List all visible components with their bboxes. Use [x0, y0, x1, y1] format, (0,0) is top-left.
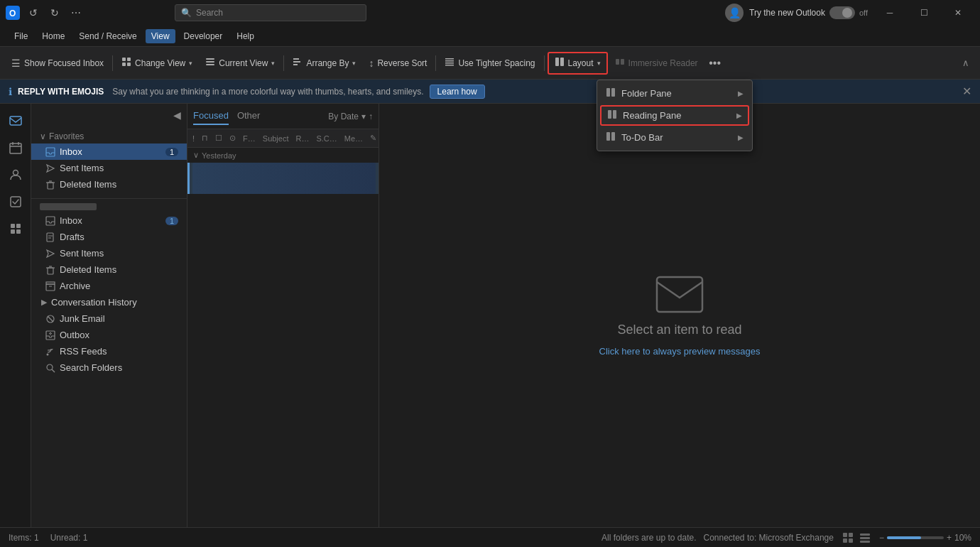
zoom-out-icon[interactable]: −	[879, 533, 884, 543]
notification-close-button[interactable]: ✕	[962, 85, 971, 98]
close-button[interactable]: ✕	[942, 0, 974, 26]
account-sent-label: Sent Items	[60, 248, 104, 259]
svg-point-55	[47, 364, 53, 370]
view-normal-icon[interactable]	[841, 531, 855, 545]
svg-rect-5	[127, 63, 131, 66]
tab-other[interactable]: Other	[237, 107, 261, 125]
date-group-label: Yesterday	[202, 151, 236, 160]
svg-rect-33	[11, 224, 15, 228]
layout-icon	[555, 57, 565, 69]
trash-icon	[45, 180, 55, 190]
account-archive[interactable]: Archive	[31, 278, 187, 294]
account-deleted-items[interactable]: Deleted Items	[31, 261, 187, 278]
account-drafts[interactable]: Drafts	[31, 229, 187, 245]
menu-view[interactable]: View	[146, 29, 175, 43]
account-search-folders[interactable]: Search Folders	[31, 359, 187, 376]
favorites-label: Favorites	[49, 131, 84, 141]
rail-people-icon[interactable]	[3, 162, 28, 188]
account-outbox[interactable]: Outbox	[31, 327, 187, 343]
new-outlook-label: Try the new Outlook	[749, 8, 825, 18]
favorite-sent-items[interactable]: Sent Items	[31, 160, 187, 176]
favorite-inbox[interactable]: Inbox 1	[31, 143, 187, 160]
immersive-reader-button[interactable]: Immersive Reader	[609, 52, 704, 75]
sent-items-icon	[45, 249, 55, 259]
rail-mail-icon[interactable]	[3, 108, 28, 134]
account-label	[31, 199, 187, 212]
zoom-in-icon[interactable]: +	[947, 533, 952, 543]
maximize-button[interactable]: ☐	[908, 0, 940, 26]
menu-file[interactable]: File	[9, 29, 33, 43]
email-row-1[interactable]	[187, 163, 379, 194]
email-sort-button[interactable]: By Date ▾ ↑	[328, 112, 373, 121]
favorite-sent-label: Sent Items	[60, 163, 104, 173]
col-size: S.C…	[314, 134, 339, 143]
rail-apps-icon[interactable]	[3, 216, 28, 242]
favorites-group-header[interactable]: ∨ Favorites	[31, 129, 187, 143]
account-conversation-history[interactable]: ▶ Conversation History	[31, 294, 187, 310]
status-text: All folders are up to date.	[601, 533, 696, 543]
arrange-by-button[interactable]: Arrange By ▾	[287, 52, 361, 75]
svg-rect-26	[10, 117, 21, 125]
learn-how-button[interactable]: Learn how	[430, 85, 485, 99]
reading-pane-chevron: ▶	[736, 112, 742, 119]
rail-tasks-icon[interactable]	[3, 189, 28, 215]
account-inbox[interactable]: Inbox 1	[31, 212, 187, 229]
account-rss-feeds[interactable]: RSS Feeds	[31, 343, 187, 359]
status-bar: Items: 1 Unread: 1 All folders are up to…	[0, 527, 980, 547]
date-group-yesterday[interactable]: ∨ Yesterday	[187, 148, 379, 163]
rss-icon	[45, 347, 55, 357]
zoom-slider[interactable]	[887, 536, 944, 539]
menu-developer[interactable]: Developer	[178, 29, 229, 43]
to-do-bar-chevron: ▶	[738, 134, 744, 141]
date-group-chevron: ∨	[193, 151, 199, 160]
account-sent-items[interactable]: Sent Items	[31, 245, 187, 261]
account-junk-email[interactable]: Junk Email	[31, 310, 187, 327]
view-list-icon[interactable]	[858, 531, 872, 545]
toolbar-separator-1	[112, 55, 113, 71]
rail-calendar-icon[interactable]	[3, 135, 28, 161]
current-view-icon	[205, 57, 215, 69]
current-view-button[interactable]: Current View ▾	[200, 52, 281, 75]
new-outlook-toggle[interactable]	[829, 6, 855, 19]
menu-send-receive[interactable]: Send / Receive	[73, 29, 142, 43]
favorites-section: ∨ Favorites Inbox 1 Sent Items	[31, 126, 187, 195]
svg-rect-41	[46, 217, 55, 225]
dropdown-folder-pane[interactable]: Folder Pane ▶	[597, 83, 752, 104]
undo-button[interactable]: ↺	[26, 5, 41, 21]
menu-help[interactable]: Help	[231, 29, 260, 43]
avatar[interactable]: 👤	[725, 4, 744, 22]
folder-pane-chevron: ▶	[738, 90, 744, 97]
col-mention: Me…	[342, 134, 365, 143]
menu-home[interactable]: Home	[36, 29, 70, 43]
toolbar-more-button[interactable]: •••	[705, 53, 725, 73]
zoom-level: 10%	[954, 533, 971, 543]
change-view-button[interactable]: Change View ▾	[116, 52, 198, 75]
favorite-deleted-items[interactable]: Deleted Items	[31, 176, 187, 193]
dropdown-to-do-bar[interactable]: To-Do Bar ▶	[597, 127, 752, 148]
title-bar-left: O ↺ ↻ ⋯ 🔍 Search	[6, 4, 366, 21]
col-attach: ⊓	[200, 134, 210, 143]
folder-collapse-button[interactable]: ◀	[173, 109, 181, 121]
more-title-button[interactable]: ⋯	[68, 5, 84, 21]
inbox-badge: 1	[165, 148, 178, 156]
redo-button[interactable]: ↻	[47, 5, 62, 21]
use-tighter-spacing-button[interactable]: Use Tighter Spacing	[439, 52, 540, 75]
svg-rect-16	[555, 58, 559, 66]
status-items: Items: 1	[9, 533, 39, 543]
account-deleted-label: Deleted Items	[60, 264, 116, 275]
layout-button[interactable]: Layout ▾	[548, 52, 608, 75]
dropdown-reading-pane[interactable]: Reading Pane ▶	[600, 105, 749, 126]
change-view-icon	[121, 57, 131, 69]
zoom-slider-area: − + 10%	[879, 533, 971, 543]
minimize-button[interactable]: ─	[873, 0, 906, 26]
show-focused-inbox-button[interactable]: ☰ Show Focused Inbox	[6, 52, 109, 75]
toolbar-collapse-button[interactable]: ∧	[957, 55, 974, 72]
tab-focused[interactable]: Focused	[193, 107, 229, 125]
account-drafts-label: Drafts	[60, 232, 85, 242]
status-connection: Connected to: Microsoft Exchange	[704, 533, 834, 543]
reverse-sort-button[interactable]: ↕ Reverse Sort	[363, 52, 432, 75]
menu-bar: File Home Send / Receive View Developer …	[0, 26, 980, 47]
preview-messages-link[interactable]: Click here to always preview messages	[599, 346, 761, 357]
title-search-bar[interactable]: 🔍 Search	[175, 4, 366, 21]
svg-rect-36	[16, 229, 21, 234]
